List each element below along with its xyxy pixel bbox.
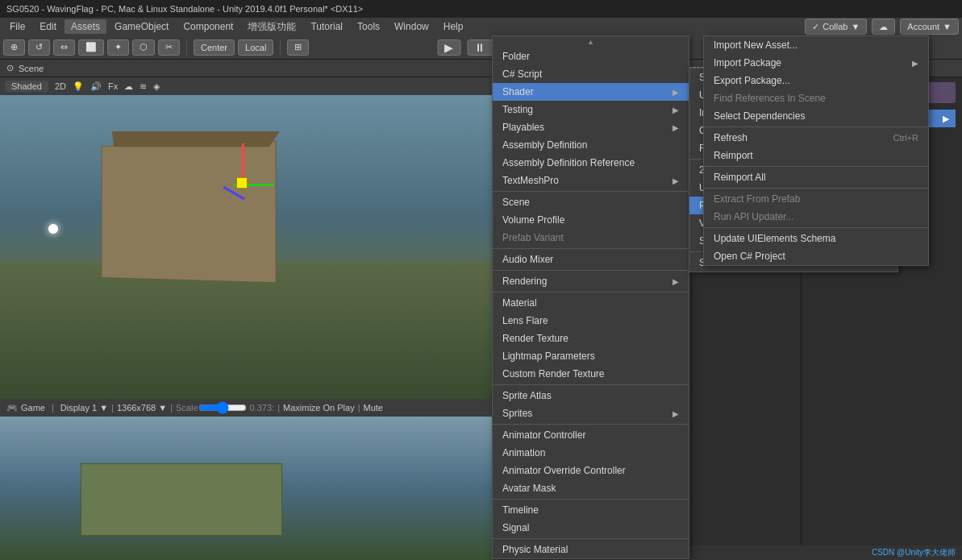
fog-button[interactable]: ≋	[140, 81, 147, 92]
create-menu-playables[interactable]: Playables ▶	[493, 118, 689, 136]
account-label: Account	[907, 22, 939, 31]
grid-button[interactable]: ⊞	[287, 39, 309, 56]
create-menu-folder[interactable]: Folder	[493, 48, 689, 65]
transform-tool-button[interactable]: ✦	[107, 39, 129, 56]
menu-scroll-up[interactable]: ▲	[493, 36, 689, 48]
create-menu-lensflare[interactable]: Lens Flare	[493, 312, 689, 330]
assets-open-csharp[interactable]: Open C# Project	[704, 247, 928, 265]
menu-file[interactable]: File	[3, 19, 31, 34]
lightmapparams-label: Lightmap Parameters	[502, 351, 595, 362]
fx-button[interactable]: Fx	[108, 81, 118, 91]
create-menu-textmeshpro[interactable]: TextMeshPro ▶	[493, 172, 689, 189]
assets-select-dependencies[interactable]: Select Dependencies	[704, 107, 928, 125]
local-label: Local	[245, 43, 266, 52]
assets-reimport[interactable]: Reimport	[704, 147, 928, 164]
menu-assets[interactable]: Assets	[65, 19, 106, 34]
menu-tools[interactable]: Tools	[351, 19, 386, 34]
refresh-label: Refresh	[714, 132, 748, 143]
assets-reimport-all[interactable]: Reimport All	[704, 168, 928, 186]
create-menu-physicmaterial[interactable]: Physic Material	[493, 541, 689, 558]
run-api-label: Run API Updater...	[714, 211, 793, 222]
create-menu-assemblydefref[interactable]: Assembly Definition Reference	[493, 154, 689, 172]
scale-tool-button[interactable]: ⇔	[53, 39, 75, 56]
create-menu-prefabvariant[interactable]: Prefab Variant	[493, 229, 689, 247]
lighting-icon[interactable]: 💡	[73, 81, 84, 92]
scale-slider[interactable]	[198, 402, 247, 413]
create-menu-customrendertexture[interactable]: Custom Render Texture	[493, 365, 689, 383]
create-menu-scene[interactable]: Scene	[493, 193, 689, 211]
create-menu-sprites[interactable]: Sprites ▶	[493, 404, 689, 422]
assets-extract-from-prefab[interactable]: Extract From Prefab	[704, 190, 928, 208]
shaded-dropdown[interactable]: Shaded	[5, 81, 48, 92]
component-arrow-icon: ▶	[943, 114, 949, 124]
center-button[interactable]: Center	[194, 39, 235, 56]
separator-5	[493, 384, 689, 385]
resolution-dropdown[interactable]: 1366x768 ▼	[117, 403, 167, 413]
menu-component[interactable]: Component	[177, 19, 239, 34]
create-menu-animatoroverride[interactable]: Animator Override Controller	[493, 462, 689, 479]
assets-find-references[interactable]: Find References In Scene	[704, 89, 928, 107]
physicmaterial-label: Physic Material	[502, 544, 568, 555]
sprites-label: Sprites	[502, 408, 532, 419]
open-csharp-label: Open C# Project	[714, 251, 785, 262]
menu-enhanced[interactable]: 增强版功能	[241, 19, 302, 35]
create-menu-csharp[interactable]: C# Script	[493, 65, 689, 83]
create-menu-volumeprofile[interactable]: Volume Profile	[493, 211, 689, 229]
center-label: Center	[201, 43, 227, 52]
rect-tool-button[interactable]: ⬜	[78, 39, 104, 56]
menu-window[interactable]: Window	[388, 19, 435, 34]
create-menu-animatorcontroller[interactable]: Animator Controller	[493, 426, 689, 444]
create-dropdown-menu[interactable]: ▲ Folder C# Script Shader ▶ Testing ▶ Pl…	[492, 35, 689, 559]
skybox-button[interactable]: ☁	[124, 81, 133, 92]
account-button[interactable]: Account ▼	[900, 19, 959, 35]
mute-button[interactable]: Mute	[364, 403, 383, 413]
separator-4	[493, 292, 689, 292]
create-menu-testing[interactable]: Testing ▶	[493, 101, 689, 118]
animate-materials-button[interactable]: ◈	[153, 81, 160, 92]
2d-button[interactable]: 2D	[55, 81, 66, 91]
display-dropdown[interactable]: Display 1 ▼	[60, 403, 108, 413]
pause-button[interactable]: ⏸	[467, 39, 493, 56]
local-button[interactable]: Local	[238, 39, 273, 56]
delete-tool-button[interactable]: ✂	[158, 39, 180, 56]
cloud-button[interactable]: ☁	[872, 19, 895, 35]
create-menu-avatarmask[interactable]: Avatar Mask	[493, 479, 689, 497]
animatorcontroller-label: Animator Controller	[502, 429, 585, 441]
create-menu-material[interactable]: Material	[493, 294, 689, 312]
assets-export-package[interactable]: Export Package...	[704, 72, 928, 89]
create-menu-lightmapparams[interactable]: Lightmap Parameters	[493, 347, 689, 365]
move-tool-button[interactable]: ⊕	[3, 39, 25, 56]
rotate-tool-button[interactable]: ↺	[28, 39, 50, 56]
rendering-label: Rendering	[502, 276, 547, 287]
audio-icon[interactable]: 🔊	[90, 81, 102, 92]
menu-edit[interactable]: Edit	[33, 19, 63, 34]
create-menu-spriteatlas[interactable]: Sprite Atlas	[493, 387, 689, 404]
create-menu-rendering[interactable]: Rendering ▶	[493, 272, 689, 290]
play-button[interactable]: ▶	[437, 39, 460, 56]
assets-refresh[interactable]: Refresh Ctrl+R	[704, 129, 928, 147]
assets-update-uielements[interactable]: Update UIElements Schema	[704, 230, 928, 247]
assets-separator-4	[704, 227, 928, 228]
menu-gameobject[interactable]: GameObject	[108, 19, 175, 34]
create-menu-shader[interactable]: Shader ▶	[493, 83, 689, 101]
resolution-label: 1366x768	[117, 403, 156, 413]
create-menu-timeline[interactable]: Timeline	[493, 501, 689, 519]
assets-context-menu[interactable]: Import New Asset... Import Package ▶ Exp…	[703, 35, 929, 266]
menu-tutorial[interactable]: Tutorial	[304, 19, 349, 34]
collab-button[interactable]: ✓ Collab ▼	[805, 19, 867, 35]
create-menu-audiomixer[interactable]: Audio Mixer	[493, 251, 689, 268]
assets-import-new[interactable]: Import New Asset...	[704, 36, 928, 54]
animation-label: Animation	[502, 447, 545, 458]
find-references-label: Find References In Scene	[714, 93, 826, 104]
maximize-button[interactable]: Maximize On Play	[283, 403, 355, 413]
create-menu-rendertexture[interactable]: Render Texture	[493, 330, 689, 347]
create-menu-signal[interactable]: Signal	[493, 519, 689, 537]
custom-tool-button[interactable]: ⬡	[132, 39, 155, 56]
refresh-shortcut: Ctrl+R	[893, 133, 918, 143]
scale-label: Scale	[176, 403, 198, 413]
assets-run-api-updater[interactable]: Run API Updater...	[704, 208, 928, 226]
create-menu-animation[interactable]: Animation	[493, 444, 689, 462]
assets-import-package[interactable]: Import Package ▶	[704, 54, 928, 72]
create-menu-assemblydef[interactable]: Assembly Definition	[493, 136, 689, 154]
menu-help[interactable]: Help	[437, 19, 470, 34]
